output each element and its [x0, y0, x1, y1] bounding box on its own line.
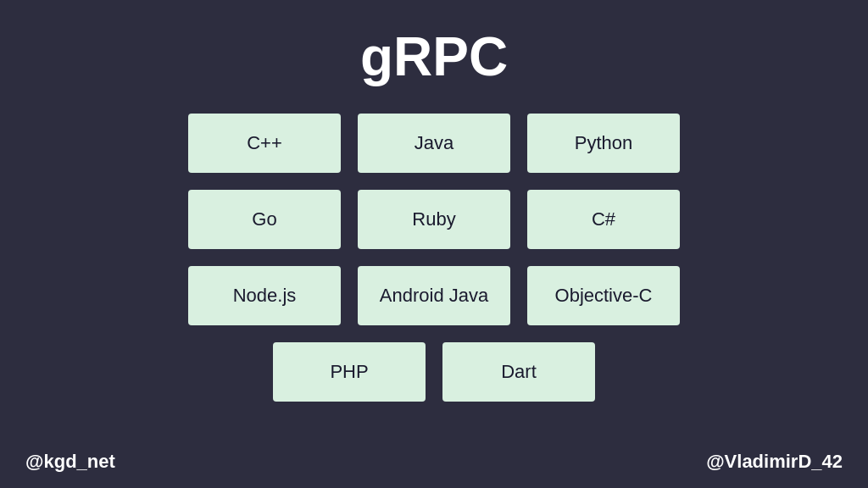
language-cell-ruby[interactable]: Ruby — [358, 190, 510, 249]
language-cell-go[interactable]: Go — [188, 190, 341, 249]
language-cell-java[interactable]: Java — [358, 114, 510, 173]
language-cell-csharp[interactable]: C# — [527, 190, 680, 249]
page-title: gRPC — [0, 0, 868, 105]
language-cell-android-java[interactable]: Android Java — [358, 266, 510, 325]
language-grid: C++ Java Python Go Ruby C# Node.js Andro… — [0, 114, 868, 325]
language-cell-python[interactable]: Python — [527, 114, 680, 173]
language-cell-objective-c[interactable]: Objective-C — [527, 266, 680, 325]
language-cell-php[interactable]: PHP — [273, 342, 426, 402]
language-cell-dart[interactable]: Dart — [442, 342, 595, 402]
footer-left-handle: @kgd_net — [25, 451, 115, 473]
bottom-row: PHP Dart — [0, 342, 868, 402]
language-cell-cpp[interactable]: C++ — [188, 114, 341, 173]
language-cell-nodejs[interactable]: Node.js — [188, 266, 341, 325]
footer-right-handle: @VladimirD_42 — [706, 451, 843, 473]
